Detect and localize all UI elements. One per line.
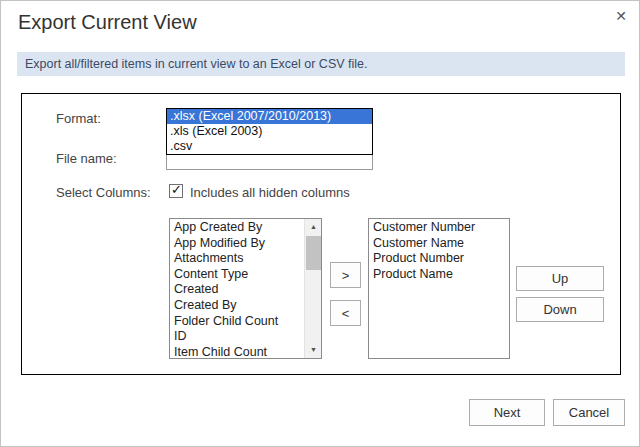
format-label: Format: bbox=[56, 111, 101, 126]
selected-columns-listbox[interactable]: Customer NumberCustomer NameProduct Numb… bbox=[368, 218, 510, 359]
hidden-columns-checkbox[interactable]: ✓ bbox=[169, 184, 183, 198]
checkmark-icon: ✓ bbox=[171, 182, 182, 197]
available-column-item[interactable]: App Modified By bbox=[170, 236, 304, 252]
available-column-item[interactable]: ID bbox=[170, 329, 304, 345]
close-icon[interactable]: ✕ bbox=[615, 9, 627, 23]
format-option[interactable]: .xlsx (Excel 2007/2010/2013) bbox=[167, 109, 372, 124]
page-title: Export Current View bbox=[18, 11, 197, 34]
available-column-item[interactable]: Attachments bbox=[170, 251, 304, 267]
available-column-item[interactable]: App Created By bbox=[170, 220, 304, 236]
move-right-button[interactable]: > bbox=[330, 262, 361, 288]
selected-column-item[interactable]: Product Name bbox=[369, 267, 509, 283]
selected-columns-items: Customer NumberCustomer NameProduct Numb… bbox=[369, 220, 509, 358]
form-panel: Format: File name: .xlsx (Excel 2007/201… bbox=[21, 93, 621, 375]
hidden-columns-label: Includes all hidden columns bbox=[190, 185, 350, 200]
available-columns-listbox[interactable]: App Created ByApp Modified ByAttachments… bbox=[169, 218, 322, 359]
format-option[interactable]: .xls (Excel 2003) bbox=[167, 124, 372, 139]
move-left-button[interactable]: < bbox=[330, 300, 361, 326]
scrollbar-thumb[interactable] bbox=[306, 236, 321, 270]
available-column-item[interactable]: Created bbox=[170, 282, 304, 298]
file-name-label: File name: bbox=[56, 151, 117, 166]
format-dropdown-open-list[interactable]: .xlsx (Excel 2007/2010/2013).xls (Excel … bbox=[166, 108, 373, 155]
cancel-button[interactable]: Cancel bbox=[553, 399, 625, 426]
available-columns-items: App Created ByApp Modified ByAttachments… bbox=[170, 220, 304, 358]
up-button[interactable]: Up bbox=[516, 266, 604, 291]
scroll-up-icon[interactable]: ▲ bbox=[305, 219, 322, 235]
selected-column-item[interactable]: Product Number bbox=[369, 251, 509, 267]
next-button[interactable]: Next bbox=[469, 399, 545, 426]
export-current-view-dialog: Export Current View ✕ Export all/filtere… bbox=[0, 0, 640, 447]
available-column-item[interactable]: Folder Child Count bbox=[170, 314, 304, 330]
available-column-item[interactable]: Item Child Count bbox=[170, 345, 304, 358]
scroll-down-icon[interactable]: ▼ bbox=[305, 342, 322, 358]
available-column-item[interactable]: Created By bbox=[170, 298, 304, 314]
vertical-scrollbar[interactable]: ▲ ▼ bbox=[304, 219, 321, 358]
available-column-item[interactable]: Content Type bbox=[170, 267, 304, 283]
info-banner: Export all/filtered items in current vie… bbox=[17, 52, 625, 76]
select-columns-label: Select Columns: bbox=[56, 185, 151, 200]
format-option[interactable]: .csv bbox=[167, 139, 372, 154]
selected-column-item[interactable]: Customer Name bbox=[369, 236, 509, 252]
selected-column-item[interactable]: Customer Number bbox=[369, 220, 509, 236]
down-button[interactable]: Down bbox=[516, 297, 604, 322]
